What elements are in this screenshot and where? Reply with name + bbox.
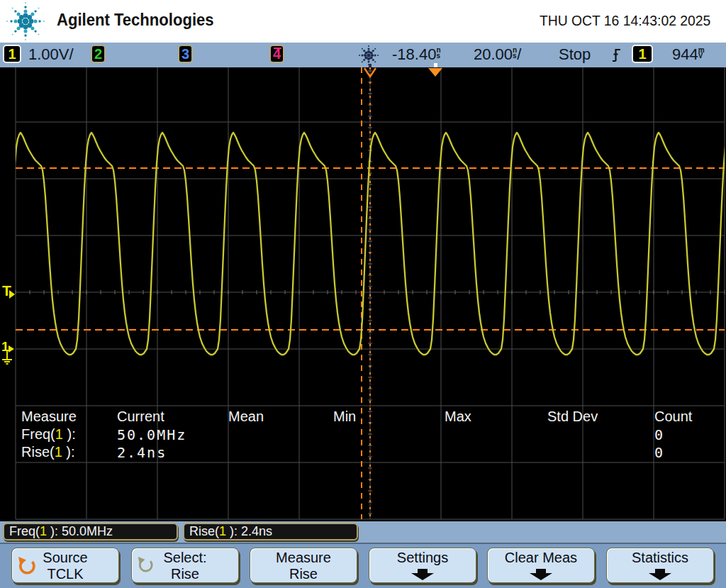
rise-result-channel: 1 (219, 524, 226, 539)
rise-result-box: Rise(1 ): 2.4ns (183, 523, 358, 540)
freq-result-value: 50.0MHz (62, 524, 113, 539)
graticule-and-trace: T1 (0, 67, 726, 521)
agilent-logo-icon (4, 0, 47, 43)
rotary-knob-icon (17, 556, 36, 575)
softkey-clear-meas-label: Clear Meas (488, 550, 594, 566)
down-arrow-icon (525, 569, 557, 581)
rotary-knob-icon (137, 556, 154, 573)
channel-4-badge[interactable]: 4 (269, 45, 284, 63)
channel-3-number: 3 (182, 46, 189, 62)
rise-result-suffix: ): (226, 524, 241, 539)
measurement-row-label: Rise(1 ): (21, 444, 75, 460)
meas-col-header: Max (445, 409, 471, 425)
meas-col-header: Mean (228, 409, 264, 425)
softkey-select[interactable]: Select: Rise (131, 548, 239, 583)
ch1-ground-marker: 1 (1, 339, 9, 354)
measurement-count-value: 0 (654, 444, 664, 461)
datetime-display: THU OCT 16 14:43:02 2025 (540, 12, 710, 29)
top-title-bar: Agilent Technologies THU OCT 16 14:43:02… (0, 0, 726, 43)
brand-title: Agilent Technologies (57, 11, 214, 30)
measurement-current-value: 50.0MHz (117, 426, 186, 443)
freq-result-suffix: ): (47, 524, 62, 539)
freq-result-channel: 1 (40, 524, 47, 539)
waveform-display-area[interactable]: T1 MeasureCurrentMeanMinMaxStd DevCountF… (0, 67, 726, 521)
softkey-settings[interactable]: Settings (369, 548, 476, 583)
status-bar: 1 1.00V/ 2 3 4 -18.40ns 20.00ns/ Stop 1 … (0, 43, 726, 67)
down-arrow-icon (407, 569, 438, 581)
ch4-invert-overline (274, 48, 281, 49)
channel-2-badge[interactable]: 2 (91, 45, 106, 63)
ch1-trace (5, 133, 726, 355)
trigger-source-badge[interactable]: 1 (632, 45, 653, 63)
softkey-measure[interactable]: Measure Rise (250, 548, 357, 583)
channel-2-number: 2 (94, 46, 102, 62)
softkey-bar: Source TCLK Select: Rise Measure Rise Se… (0, 543, 726, 588)
softkey-measure-line2: Rise (250, 566, 357, 582)
measurement-result-bar: Freq(1 ): 50.0MHz Rise(1 ): 2.4ns (0, 521, 726, 543)
softkey-clear-meas[interactable]: Clear Meas (487, 548, 595, 583)
channel-1-badge[interactable]: 1 (3, 45, 21, 63)
rise-result-value: 2.4ns (241, 524, 272, 539)
meas-col-header: Current (117, 409, 164, 425)
softkey-statistics[interactable]: Statistics (606, 548, 714, 583)
softkey-measure-line1: Measure (250, 550, 357, 566)
meas-col-header: Std Dev (547, 409, 598, 425)
meas-col-header: Min (333, 409, 356, 425)
trigger-source-number: 1 (638, 46, 646, 62)
down-arrow-icon (644, 569, 676, 581)
timebase-scale: 20.00ns/ (474, 45, 521, 64)
channel-1-number: 1 (8, 46, 16, 62)
freq-result-box: Freq(1 ): 50.0MHz (3, 523, 178, 540)
channel-1-scale: 1.00V/ (28, 45, 74, 64)
softkey-settings-label: Settings (369, 550, 476, 566)
measurement-row-label: Freq(1 ): (21, 426, 76, 443)
channel-3-badge[interactable]: 3 (178, 45, 193, 63)
run-state: Stop (559, 45, 591, 64)
measurement-current-value: 2.4ns (117, 444, 167, 461)
meas-col-header: Count (654, 409, 692, 425)
freq-result-label: Freq( (9, 524, 40, 539)
rise-result-label: Rise( (189, 524, 219, 539)
rising-edge-trigger-icon (610, 45, 624, 65)
measurement-count-value: 0 (654, 426, 664, 443)
meas-col-header: Measure (21, 409, 77, 425)
softkey-statistics-label: Statistics (607, 550, 713, 566)
trigger-point-marker (428, 68, 442, 77)
oscilloscope-screen: { "header": { "brand": "Agilent Technolo… (0, 0, 726, 588)
softkey-source[interactable]: Source TCLK (11, 548, 119, 583)
trigger-level: 944mV (672, 45, 705, 64)
horizontal-delay: -18.40ns (392, 45, 441, 64)
